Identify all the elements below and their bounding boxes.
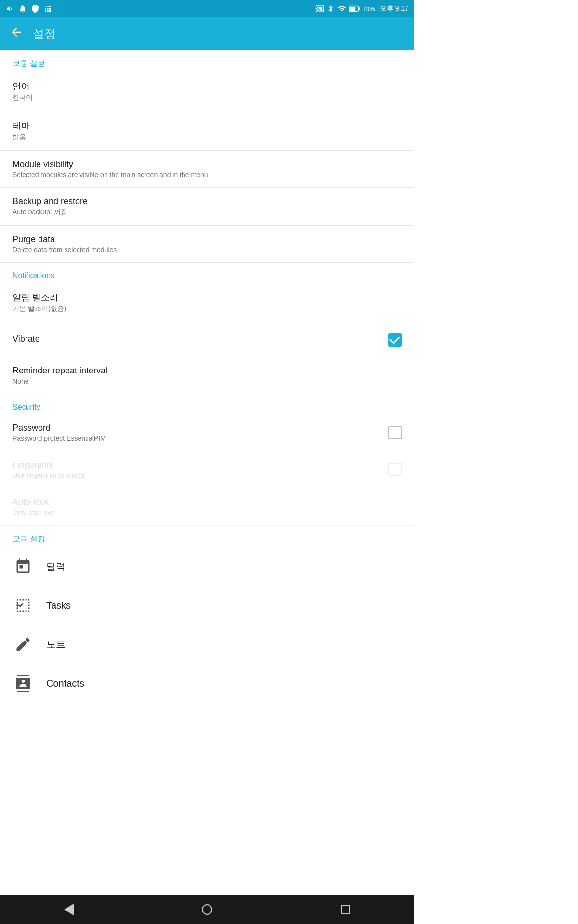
tasks-icon bbox=[13, 595, 34, 616]
setting-fingerprint-title: Fingerprint bbox=[13, 460, 388, 470]
setting-alarm-sound-text: 알림 벨소리 기본 벨소리(없음) bbox=[13, 292, 402, 313]
setting-vibrate-text: Vibrate bbox=[13, 334, 388, 346]
setting-module-visibility-title: Module visibility bbox=[13, 159, 402, 169]
setting-language-subtitle: 한국어 bbox=[13, 93, 402, 102]
page-title: 설정 bbox=[33, 26, 56, 41]
section-header-module-settings: 모듈 설정 bbox=[0, 526, 414, 547]
setting-backup-restore-title: Backup and restore bbox=[13, 196, 402, 206]
setting-auto-lock-text: Auto-lock Only after exit bbox=[13, 497, 402, 516]
section-header-notifications: Notifications bbox=[0, 263, 414, 283]
setting-theme[interactable]: 테마 밝음 bbox=[0, 111, 414, 151]
setting-password-title: Password bbox=[13, 423, 388, 433]
setting-purge-data-title: Purge data bbox=[13, 234, 402, 244]
status-bar: 70% 오후 9:17 bbox=[0, 0, 414, 17]
module-item-contacts[interactable]: Contacts bbox=[0, 664, 414, 703]
setting-module-visibility-subtitle: Selected modules are visible on the main… bbox=[13, 171, 402, 179]
settings-content: 보통 설정 언어 한국어 테마 밝음 Module visibility Sel… bbox=[0, 50, 414, 732]
status-icons-right: 70% 오후 9:17 bbox=[315, 4, 408, 13]
setting-password[interactable]: Password Password protect EssentialPIM bbox=[0, 414, 414, 451]
shield-icon bbox=[31, 4, 39, 13]
cast-icon bbox=[315, 4, 324, 13]
setting-alarm-sound-subtitle: 기본 벨소리(없음) bbox=[13, 305, 402, 313]
setting-backup-restore[interactable]: Backup and restore Auto backup: 꺼짐 bbox=[0, 188, 414, 226]
setting-theme-subtitle: 밝음 bbox=[13, 133, 402, 141]
section-header-general: 보통 설정 bbox=[0, 50, 414, 72]
battery-text: 70% bbox=[363, 5, 375, 13]
setting-password-subtitle: Password protect EssentialPIM bbox=[13, 435, 388, 442]
setting-purge-data-text: Purge data Delete data from selected mod… bbox=[13, 234, 402, 254]
setting-vibrate-title: Vibrate bbox=[13, 334, 388, 344]
setting-backup-restore-subtitle: Auto backup: 꺼짐 bbox=[13, 208, 402, 217]
setting-purge-data[interactable]: Purge data Delete data from selected mod… bbox=[0, 226, 414, 263]
calendar-icon bbox=[13, 556, 34, 577]
notes-icon bbox=[13, 634, 34, 655]
nav-home-button[interactable] bbox=[193, 900, 222, 919]
bluetooth-icon bbox=[327, 5, 335, 13]
setting-reminder-repeat-title: Reminder repeat interval bbox=[13, 366, 402, 376]
setting-reminder-repeat-text: Reminder repeat interval None bbox=[13, 366, 402, 385]
setting-purge-data-subtitle: Delete data from selected modules bbox=[13, 246, 402, 254]
mute-icon bbox=[6, 4, 14, 13]
module-item-calendar[interactable]: 달력 bbox=[0, 547, 414, 586]
setting-language-title: 언어 bbox=[13, 80, 402, 92]
module-notes-label: 노트 bbox=[46, 638, 66, 651]
nav-recents-button[interactable] bbox=[331, 900, 360, 919]
time-text: 오후 9:17 bbox=[380, 4, 408, 13]
contacts-icon bbox=[13, 673, 34, 694]
setting-theme-title: 테마 bbox=[13, 120, 402, 131]
setting-password-text: Password Password protect EssentialPIM bbox=[13, 423, 388, 442]
vibrate-checkbox[interactable] bbox=[388, 333, 402, 346]
setting-alarm-sound-title: 알림 벨소리 bbox=[13, 292, 402, 303]
setting-fingerprint-subtitle: Use fingerprint to unlock bbox=[13, 472, 388, 479]
nav-back-button[interactable] bbox=[54, 900, 83, 919]
grid-icon bbox=[43, 4, 52, 13]
module-item-tasks[interactable]: Tasks bbox=[0, 586, 414, 625]
module-calendar-label: 달력 bbox=[46, 560, 66, 573]
notification-icon bbox=[18, 4, 27, 13]
back-button[interactable] bbox=[10, 26, 23, 42]
module-item-notes[interactable]: 노트 bbox=[0, 625, 414, 664]
nav-bar bbox=[0, 895, 414, 924]
setting-reminder-repeat-subtitle: None bbox=[13, 377, 402, 385]
setting-fingerprint: Fingerprint Use fingerprint to unlock bbox=[0, 451, 414, 488]
setting-module-visibility-text: Module visibility Selected modules are v… bbox=[13, 159, 402, 179]
setting-fingerprint-text: Fingerprint Use fingerprint to unlock bbox=[13, 460, 388, 479]
setting-backup-restore-text: Backup and restore Auto backup: 꺼짐 bbox=[13, 196, 402, 217]
battery-icon bbox=[349, 5, 360, 12]
svg-rect-2 bbox=[359, 7, 360, 10]
setting-auto-lock-subtitle: Only after exit bbox=[13, 509, 402, 516]
module-tasks-label: Tasks bbox=[46, 600, 71, 611]
setting-auto-lock: Auto-lock Only after exit bbox=[0, 488, 414, 526]
status-icons-left bbox=[6, 4, 52, 13]
wifi-icon bbox=[338, 4, 346, 13]
setting-theme-text: 테마 밝음 bbox=[13, 120, 402, 141]
section-header-security: Security bbox=[0, 394, 414, 414]
password-checkbox[interactable] bbox=[388, 426, 402, 439]
setting-language-text: 언어 한국어 bbox=[13, 80, 402, 102]
module-contacts-label: Contacts bbox=[46, 678, 84, 689]
svg-rect-1 bbox=[350, 7, 355, 11]
app-bar: 설정 bbox=[0, 17, 414, 50]
setting-language[interactable]: 언어 한국어 bbox=[0, 72, 414, 111]
setting-reminder-repeat[interactable]: Reminder repeat interval None bbox=[0, 357, 414, 394]
setting-module-visibility[interactable]: Module visibility Selected modules are v… bbox=[0, 151, 414, 188]
fingerprint-checkbox bbox=[388, 463, 402, 476]
setting-auto-lock-title: Auto-lock bbox=[13, 497, 402, 507]
setting-alarm-sound[interactable]: 알림 벨소리 기본 벨소리(없음) bbox=[0, 283, 414, 322]
setting-vibrate[interactable]: Vibrate bbox=[0, 322, 414, 357]
